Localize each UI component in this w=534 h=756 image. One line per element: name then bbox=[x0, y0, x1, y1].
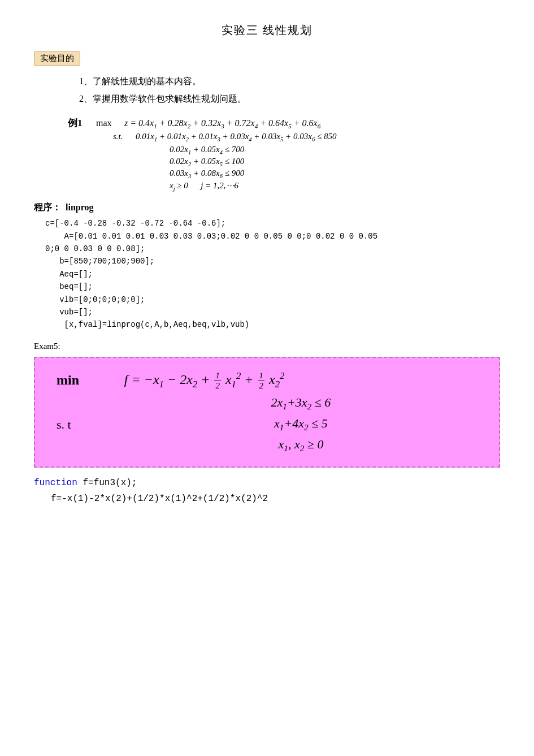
section-badge: 实验目的 bbox=[34, 51, 80, 66]
program-section: 程序： linprog c=[-0.4 -0.28 -0.32 -0.72 -0… bbox=[34, 202, 500, 331]
objectives-section: 1、了解线性规划的基本内容。 2、掌握用数学软件包求解线性规划问题。 bbox=[79, 76, 500, 105]
code-line-9: [x,fval]=linprog(c,A,b,Aeq,beq,vlb,vub) bbox=[45, 318, 500, 331]
code-line-6: beq=[]; bbox=[45, 280, 500, 293]
pink-box: min f = −x1 − 2x2 + 1 2 x12 + 1 2 x22 2x… bbox=[34, 357, 500, 468]
objective-2: 2、掌握用数学软件包求解线性规划问题。 bbox=[79, 93, 500, 105]
pink-box-row-1: min f = −x1 − 2x2 + 1 2 x12 + 1 2 x22 bbox=[52, 368, 482, 393]
constraint-4: 0.03x3 + 0.08x6 ≤ 900 bbox=[170, 169, 500, 179]
constraint-6: 2x1+3x2 ≤ 6 bbox=[120, 393, 482, 414]
function-keyword: function bbox=[34, 478, 77, 488]
pink-box-row-3: s. t x1+4x2 ≤ 5 bbox=[52, 414, 482, 435]
pink-box-table: min f = −x1 − 2x2 + 1 2 x12 + 1 2 x22 2x… bbox=[52, 368, 482, 456]
objective-function: z = 0.4x1 + 0.28x2 + 0.32x3 + 0.72x4 + 0… bbox=[124, 118, 320, 129]
example-label: 例1 bbox=[68, 116, 90, 129]
pink-box-row-4: x1, x2 ≥ 0 bbox=[52, 435, 482, 456]
function-line: function f=fun3(x); bbox=[34, 478, 500, 488]
program-keyword: linprog bbox=[66, 202, 94, 212]
objective-1: 1、了解线性规划的基本内容。 bbox=[79, 76, 500, 88]
empty-cell-1 bbox=[52, 393, 120, 414]
exam5-label: Exam5: bbox=[34, 342, 500, 351]
constraint-2: 0.02x1 + 0.05x4 ≤ 700 bbox=[170, 145, 500, 155]
constraint-7: x1+4x2 ≤ 5 bbox=[120, 414, 482, 435]
constraint-3: 0.02x2 + 0.05x5 ≤ 100 bbox=[170, 157, 500, 167]
constraint-5: xj ≥ 0 j = 1,2,⋯6 bbox=[170, 180, 500, 192]
code-line-3: 0;0 0 0.03 0 0 0.08]; bbox=[45, 243, 500, 255]
code-block: c=[-0.4 -0.28 -0.32 -0.72 -0.64 -0.6]; A… bbox=[45, 217, 500, 331]
constraint-8: x1, x2 ≥ 0 bbox=[120, 435, 482, 456]
code-line-2: A=[0.01 0.01 0.01 0.03 0.03 0.03;0.02 0 … bbox=[45, 230, 500, 243]
st-label-pink: s. t bbox=[52, 414, 120, 435]
max-label: max bbox=[96, 118, 119, 128]
program-title: 程序： linprog bbox=[34, 202, 500, 214]
code-line-4: b=[850;700;100;900]; bbox=[45, 255, 500, 267]
code-line-5: Aeq=[]; bbox=[45, 268, 500, 280]
empty-cell-2 bbox=[52, 435, 120, 456]
min-formula: f = −x1 − 2x2 + 1 2 x12 + 1 2 x22 bbox=[120, 368, 482, 393]
st-label: s.t. bbox=[113, 132, 130, 141]
constraints-block: 0.02x1 + 0.05x4 ≤ 700 0.02x2 + 0.05x5 ≤ … bbox=[170, 145, 500, 192]
function-signature: f=fun3(x); bbox=[83, 478, 137, 488]
code-line-1: c=[-0.4 -0.28 -0.32 -0.72 -0.64 -0.6]; bbox=[45, 217, 500, 230]
page-title: 实验三 线性规划 bbox=[34, 23, 500, 38]
formula-line: f=-x(1)-2*x(2)+(1/2)*x(1)^2+(1/2)*x(2)^2 bbox=[51, 494, 500, 504]
min-label: min bbox=[52, 368, 120, 393]
example-1: 例1 max z = 0.4x1 + 0.28x2 + 0.32x3 + 0.7… bbox=[68, 116, 500, 192]
constraint-1: 0.01x1 + 0.01x2 + 0.01x3 + 0.03x4 + 0.03… bbox=[136, 132, 336, 142]
code-line-7: vlb=[0;0;0;0;0;0]; bbox=[45, 293, 500, 306]
pink-box-row-2: 2x1+3x2 ≤ 6 bbox=[52, 393, 482, 414]
code-line-8: vub=[]; bbox=[45, 306, 500, 318]
